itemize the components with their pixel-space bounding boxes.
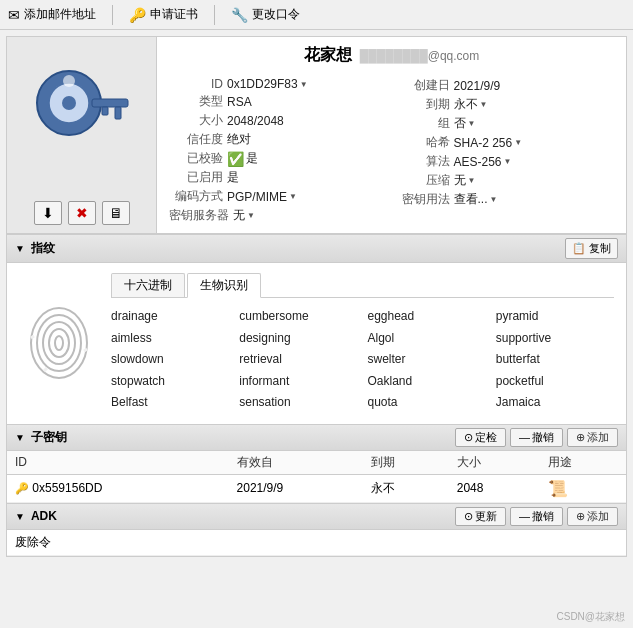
keyusage-dropdown[interactable]: ▼ <box>490 195 498 204</box>
word-item: pyramid <box>496 306 614 328</box>
subkey-revoke-label: 撤销 <box>532 430 554 445</box>
word-item: Oakland <box>368 371 486 393</box>
hash-label: 哈希 <box>396 134 450 151</box>
subkey-actions: ⊙ 定检 — 撤销 ⊕ 添加 <box>455 428 618 447</box>
tab-hex[interactable]: 十六进制 <box>111 273 185 297</box>
email-icon: ✉ <box>8 7 20 23</box>
info-row-encoding: 编码方式 PGP/MIME ▼ <box>169 187 388 206</box>
fingerprint-chevron-icon: ▼ <box>15 243 25 254</box>
svg-line-14 <box>44 368 47 371</box>
subkey-title: 子密钥 <box>31 429 67 446</box>
add-email-button[interactable]: ✉ 添加邮件地址 <box>8 6 96 23</box>
subkey-add-label: 添加 <box>587 430 609 445</box>
subkey-revoke-button[interactable]: — 撤销 <box>510 428 563 447</box>
word-item: stopwatch <box>111 371 229 393</box>
word-item: sensation <box>239 392 357 414</box>
uid-list: 废除令 <box>7 530 626 556</box>
expires-label: 到期 <box>396 96 450 113</box>
id-dropdown[interactable]: ▼ <box>300 80 308 89</box>
algo-value: AES-256 ▼ <box>454 155 512 169</box>
svg-point-11 <box>55 336 63 350</box>
uid-revoke-label: 撤销 <box>532 509 554 524</box>
hash-dropdown[interactable]: ▼ <box>514 138 522 147</box>
change-passphrase-button[interactable]: 🔧 更改口令 <box>231 6 300 23</box>
table-row[interactable]: 🔑 0x559156DD2021/9/9永不2048📜 <box>7 474 626 502</box>
word-item: butterfat <box>496 349 614 371</box>
col-expires: 到期 <box>363 451 449 475</box>
divider-2 <box>214 5 215 25</box>
subkey-check-button[interactable]: ⊙ 定检 <box>455 428 506 447</box>
word-item: Algol <box>368 328 486 350</box>
fingerprint-content: 十六进制 生物识别 drainageaimlessslowdownstopwat… <box>111 273 614 414</box>
fingerprint-title: 指纹 <box>31 240 55 257</box>
uid-chevron-icon: ▼ <box>15 511 25 522</box>
encoding-dropdown[interactable]: ▼ <box>289 192 297 201</box>
uid-add-button[interactable]: ⊕ 添加 <box>567 507 618 526</box>
subkey-chevron-icon: ▼ <box>15 432 25 443</box>
fingerprint-section: 十六进制 生物识别 drainageaimlessslowdownstopwat… <box>7 263 626 424</box>
fingerprint-svg <box>24 303 94 383</box>
compress-label: 压缩 <box>396 172 450 189</box>
expires-dropdown[interactable]: ▼ <box>480 100 488 109</box>
subkey-add-button[interactable]: ⊕ 添加 <box>567 428 618 447</box>
word-item: retrieval <box>239 349 357 371</box>
info-row-expires: 到期 永不 ▼ <box>396 95 615 114</box>
fingerprint-header[interactable]: ▼ 指纹 📋 复制 <box>7 234 626 263</box>
algo-dropdown[interactable]: ▼ <box>504 157 512 166</box>
subkey-valid-from: 2021/9/9 <box>229 474 363 502</box>
group-dropdown[interactable]: ▼ <box>468 119 476 128</box>
info-row-size: 大小 2048/2048 <box>169 111 388 130</box>
hash-value: SHA-2 256 ▼ <box>454 136 523 150</box>
tab-bio[interactable]: 生物识别 <box>187 273 261 298</box>
algo-label: 算法 <box>396 153 450 170</box>
svg-point-10 <box>49 329 69 357</box>
apply-cert-button[interactable]: 🔑 申请证书 <box>129 6 198 23</box>
refresh-icon: ⊙ <box>464 510 473 523</box>
main-card: ⬇ ✖ 🖥 花家想 ████████@qq.com <box>6 36 627 557</box>
uid-add-label: 添加 <box>587 509 609 524</box>
key-image <box>27 47 137 195</box>
export-key-button[interactable]: 🖥 <box>102 201 130 225</box>
word-item: supportive <box>496 328 614 350</box>
keyusage-label: 密钥用法 <box>396 191 450 208</box>
plus-icon: ⊕ <box>576 431 585 444</box>
delete-icon: ✖ <box>76 205 88 221</box>
subkey-usage: 📜 <box>540 474 626 502</box>
download-key-button[interactable]: ⬇ <box>34 201 62 225</box>
uid-name: 废除令 <box>15 534 51 551</box>
uid-revoke-button[interactable]: — 撤销 <box>510 507 563 526</box>
passphrase-icon: 🔧 <box>231 7 248 23</box>
word-item: slowdown <box>111 349 229 371</box>
subkey-header-left: ▼ 子密钥 <box>15 429 67 446</box>
word-col-2: eggheadAlgolswelterOaklandquota <box>368 306 486 414</box>
info-row-created: 创建日 2021/9/9 <box>396 76 615 95</box>
info-section: 花家想 ████████@qq.com ID 0x1DD29F83 ▼ <box>157 37 626 233</box>
apply-cert-label: 申请证书 <box>150 6 198 23</box>
word-col-1: cumbersomedesigningretrievalinformantsen… <box>239 306 357 414</box>
compress-dropdown[interactable]: ▼ <box>468 176 476 185</box>
id-label: ID <box>169 77 223 91</box>
subkey-key-icon: 🔑 <box>15 482 29 494</box>
info-row-algo: 算法 AES-256 ▼ <box>396 152 615 171</box>
uid-update-button[interactable]: ⊙ 更新 <box>455 507 506 526</box>
key-icon-area: ⬇ ✖ 🖥 <box>7 37 157 233</box>
svg-rect-5 <box>115 107 121 119</box>
subkey-header: ▼ 子密钥 ⊙ 定检 — 撤销 ⊕ 添加 <box>7 424 626 451</box>
keyserver-dropdown[interactable]: ▼ <box>247 211 255 220</box>
col-size: 大小 <box>449 451 541 475</box>
group-value: 否 ▼ <box>454 115 476 132</box>
name-row: 花家想 ████████@qq.com <box>169 45 614 66</box>
svg-line-12 <box>31 336 34 338</box>
subkey-table-header-row: ID 有效自 到期 大小 用途 <box>7 451 626 475</box>
expires-value: 永不 ▼ <box>454 96 488 113</box>
keyserver-value: 无 ▼ <box>233 207 255 224</box>
uid-title: ADK <box>31 509 57 523</box>
col-usage: 用途 <box>540 451 626 475</box>
copy-fingerprint-button[interactable]: 📋 复制 <box>565 238 618 259</box>
delete-key-button[interactable]: ✖ <box>68 201 96 225</box>
verified-value: ✅ 是 <box>227 150 258 167</box>
fingerprint-icon-area <box>19 273 99 414</box>
subkey-check-label: 定检 <box>475 430 497 445</box>
divider-1 <box>112 5 113 25</box>
group-label: 组 <box>396 115 450 132</box>
